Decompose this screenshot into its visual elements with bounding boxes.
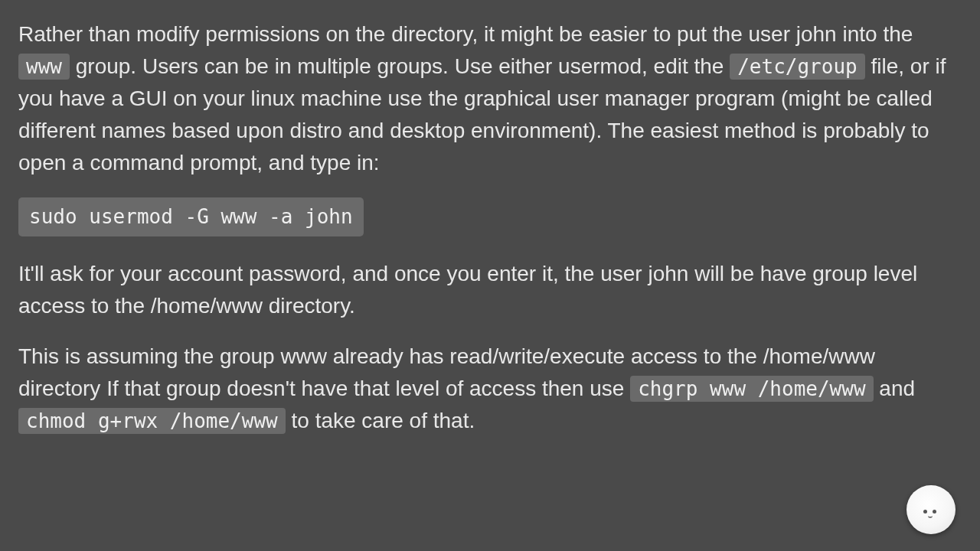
text: group. Users can be in multiple groups. … <box>70 54 730 78</box>
code-block-usermod: sudo usermod -G www -a john <box>18 197 364 236</box>
answer-body: Rather than modify permissions on the di… <box>0 0 980 474</box>
paragraph-2: It'll ask for your account password, and… <box>18 258 962 322</box>
inline-code-chmod: chmod g+rwx /home/www <box>18 408 286 434</box>
paragraph-1: Rather than modify permissions on the di… <box>18 18 962 179</box>
text: Rather than modify permissions on the di… <box>18 22 913 46</box>
text: to take care of that. <box>286 409 475 432</box>
inline-code-www: www <box>18 54 70 80</box>
inline-code-chgrp: chgrp www /home/www <box>630 376 873 402</box>
avatar-icon <box>906 485 956 534</box>
paragraph-3: This is assuming the group www already h… <box>18 341 962 437</box>
inline-code-etc-group: /etc/group <box>730 54 865 80</box>
text: and <box>874 377 916 400</box>
